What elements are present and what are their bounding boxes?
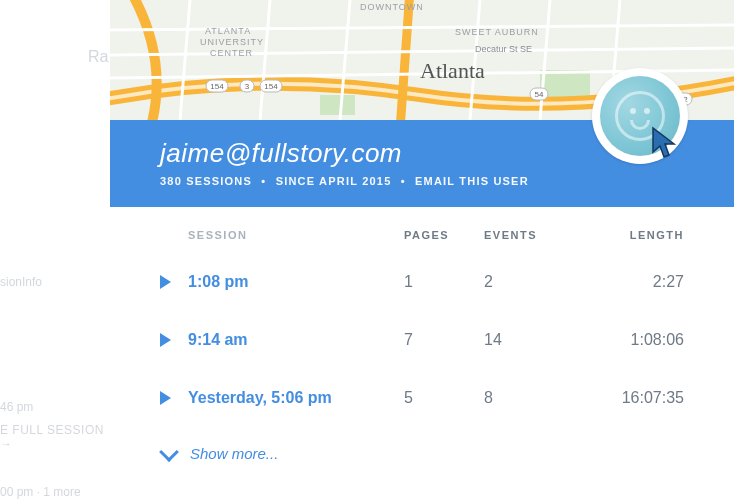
svg-text:DOWNTOWN: DOWNTOWN [360,2,424,12]
svg-text:3: 3 [245,82,250,91]
show-more-label: Show more... [190,445,278,462]
svg-text:ATLANTA: ATLANTA [205,26,251,36]
col-events: EVENTS [484,229,574,241]
cell-pages: 1 [404,273,484,291]
cell-pages: 7 [404,331,484,349]
session-link[interactable]: 1:08 pm [188,273,404,291]
col-length: LENGTH [574,229,684,241]
avatar[interactable] [592,68,688,164]
user-since: SINCE APRIL 2015 [276,175,392,187]
chevron-down-icon [159,442,179,462]
table-header: SESSION PAGES EVENTS LENGTH [160,207,684,253]
col-pages: PAGES [404,229,484,241]
user-card: Atlanta DOWNTOWN SWEET AUBURN ATLANTA UN… [110,0,734,462]
svg-rect-2 [320,95,355,115]
table-row: 1:08 pm 1 2 2:27 [160,253,684,311]
session-link[interactable]: Yesterday, 5:06 pm [188,389,404,407]
cursor-icon [650,126,680,160]
play-icon[interactable] [160,391,171,405]
table-row: 9:14 am 7 14 1:08:06 [160,311,684,369]
user-header: jaime@fullstory.com 380 SESSIONS • SINCE… [110,120,734,207]
cell-events: 2 [484,273,574,291]
table-row: Yesterday, 5:06 pm 5 8 16:07:35 [160,369,684,427]
map-city-label: Atlanta [420,58,485,83]
bg-fragment: Ra [88,48,108,66]
bg-fragment: 46 pm [0,400,33,414]
cell-length: 1:08:06 [574,331,684,349]
user-meta: 380 SESSIONS • SINCE APRIL 2015 • EMAIL … [160,175,684,187]
svg-text:154: 154 [210,82,224,91]
play-icon[interactable] [160,275,171,289]
cell-events: 8 [484,389,574,407]
svg-text:Decatur St SE: Decatur St SE [475,44,532,54]
cell-length: 16:07:35 [574,389,684,407]
session-link[interactable]: 9:14 am [188,331,404,349]
sessions-count: 380 SESSIONS [160,175,252,187]
svg-text:CENTER: CENTER [210,48,253,58]
cell-pages: 5 [404,389,484,407]
bg-fragment: E FULL SESSION → [0,423,110,451]
svg-text:154: 154 [264,82,278,91]
play-icon[interactable] [160,333,171,347]
bg-fragment: 00 pm · 1 more [0,485,81,499]
svg-text:UNIVERSITY: UNIVERSITY [200,37,264,47]
cell-events: 14 [484,331,574,349]
sessions-table: SESSION PAGES EVENTS LENGTH 1:08 pm 1 2 … [110,207,734,462]
show-more-button[interactable]: Show more... [160,427,684,462]
svg-text:54: 54 [535,90,544,99]
cell-length: 2:27 [574,273,684,291]
background-panel: Ra sionInfo 46 pm E FULL SESSION → 00 pm… [0,0,110,501]
bg-fragment: sionInfo [0,275,42,289]
email-user-link[interactable]: EMAIL THIS USER [415,175,529,187]
col-session: SESSION [188,229,404,241]
svg-text:SWEET AUBURN: SWEET AUBURN [455,27,539,37]
